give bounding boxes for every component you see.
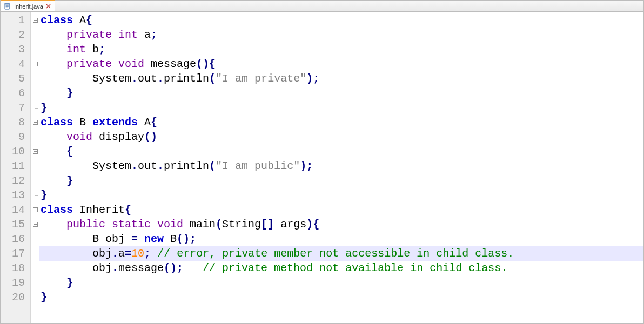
- fold-cell: [31, 115, 39, 130]
- code-line[interactable]: obj.message(); // private method not ava…: [39, 261, 643, 275]
- code-token: B: [170, 233, 177, 245]
- code-token: public: [66, 218, 112, 231]
- code-token: println: [164, 72, 209, 85]
- line-number-gutter[interactable]: 1234567891011121314151617181920: [1, 12, 31, 323]
- code-line[interactable]: }: [39, 290, 643, 305]
- fold-cell: [31, 57, 39, 71]
- line-number: 10: [1, 144, 30, 159]
- code-token: {: [125, 204, 131, 216]
- code-token: // error, private member not accessible …: [157, 247, 514, 260]
- code-token: b: [92, 43, 99, 56]
- code-token: }: [66, 87, 73, 99]
- fold-cell: [31, 159, 39, 173]
- code-line[interactable]: }: [39, 188, 643, 202]
- code-token: // private method not available in child…: [203, 262, 507, 274]
- line-number: 13: [1, 188, 30, 202]
- code-token: obj: [41, 247, 112, 260]
- fold-cell: [31, 28, 39, 42]
- code-token: args: [274, 218, 306, 231]
- code-token: out: [138, 72, 157, 85]
- code-line[interactable]: class Inherit{: [39, 202, 643, 217]
- line-number: 12: [1, 173, 30, 188]
- code-token: [41, 276, 66, 289]
- code-token: ){: [306, 218, 319, 231]
- fold-gutter[interactable]: [31, 12, 39, 323]
- code-line[interactable]: }: [39, 173, 643, 188]
- code-token: ;: [99, 43, 105, 56]
- code-token: private: [66, 58, 118, 70]
- code-line[interactable]: int b;: [39, 42, 643, 57]
- code-token: extends: [92, 116, 144, 129]
- code-line[interactable]: private void message(){: [39, 57, 643, 71]
- line-number: 1: [1, 13, 30, 28]
- svg-rect-3: [6, 6, 9, 7]
- fold-cell: [31, 100, 39, 115]
- code-token: String: [222, 218, 261, 231]
- fold-toggle-icon[interactable]: [33, 62, 38, 66]
- fold-cell: [31, 217, 39, 232]
- line-number: 9: [1, 130, 30, 144]
- fold-toggle-icon[interactable]: [33, 207, 38, 212]
- fold-cell: [31, 173, 39, 188]
- line-number: 7: [1, 100, 30, 115]
- code-line[interactable]: System.out.println("I am public");: [39, 159, 643, 173]
- code-token: System: [41, 72, 131, 85]
- fold-toggle-icon[interactable]: [33, 149, 38, 154]
- fold-toggle-icon[interactable]: [33, 222, 38, 227]
- fold-cell: [31, 232, 39, 246]
- code-token: 10: [131, 247, 144, 260]
- code-line[interactable]: }: [39, 100, 643, 115]
- code-token: "I am public": [216, 160, 300, 172]
- code-line[interactable]: }: [39, 275, 643, 290]
- code-token: message: [151, 58, 196, 70]
- fold-toggle-icon[interactable]: [33, 18, 38, 23]
- code-token: (){: [196, 58, 216, 70]
- code-area[interactable]: class A{ private int a; int b; private v…: [39, 12, 643, 323]
- code-token: =: [131, 233, 138, 245]
- fold-cell: [31, 86, 39, 100]
- code-token: println: [164, 160, 209, 172]
- line-number: 17: [1, 246, 30, 261]
- code-token: .: [157, 160, 164, 172]
- code-line[interactable]: B obj = new B();: [39, 232, 643, 246]
- code-token: }: [41, 291, 47, 303]
- line-number: 11: [1, 159, 30, 173]
- code-token: ;: [144, 247, 151, 260]
- code-line[interactable]: obj.a=10; // error, private member not a…: [39, 246, 643, 261]
- code-line[interactable]: class B extends A{: [39, 115, 643, 130]
- code-token: a: [144, 29, 151, 41]
- fold-cell: [31, 71, 39, 86]
- code-token: (: [209, 72, 216, 85]
- code-line[interactable]: {: [39, 144, 643, 159]
- code-token: A: [144, 116, 151, 129]
- code-token: [41, 145, 66, 158]
- close-icon[interactable]: [46, 4, 51, 9]
- file-tab[interactable]: Inherit.java: [1, 0, 55, 11]
- fold-toggle-icon[interactable]: [33, 120, 38, 125]
- fold-cell: [31, 42, 39, 57]
- code-token: }: [66, 174, 73, 187]
- code-line[interactable]: System.out.println("I am private");: [39, 71, 643, 86]
- code-token: [41, 131, 66, 143]
- code-line[interactable]: class A{: [39, 13, 643, 28]
- code-line[interactable]: }: [39, 86, 643, 100]
- code-token: =: [125, 247, 131, 260]
- fold-cell: [31, 188, 39, 202]
- code-line[interactable]: public static void main(String[] args){: [39, 217, 643, 232]
- line-number: 2: [1, 28, 30, 42]
- code-token: int: [66, 43, 92, 56]
- code-token: int: [118, 29, 144, 41]
- line-number: 15: [1, 217, 30, 232]
- line-number: 3: [1, 42, 30, 57]
- code-token: (: [209, 160, 216, 172]
- code-token: B: [79, 116, 92, 129]
- code-token: static: [112, 218, 157, 231]
- code-token: {: [66, 145, 73, 158]
- code-token: .: [131, 72, 138, 85]
- code-token: "I am private": [216, 72, 306, 85]
- code-line[interactable]: void display(): [39, 130, 643, 144]
- code-token: .: [131, 160, 138, 172]
- code-token: [41, 174, 66, 187]
- code-token: a: [118, 247, 125, 260]
- code-line[interactable]: private int a;: [39, 28, 643, 42]
